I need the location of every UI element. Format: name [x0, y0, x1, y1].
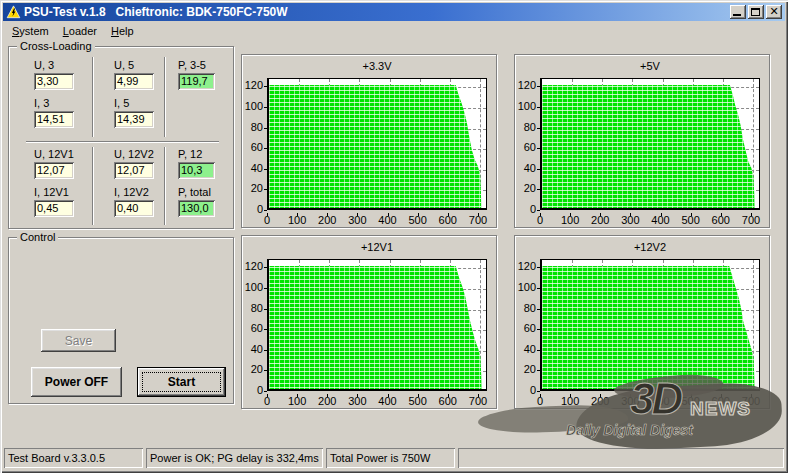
- y-tick-mark: [537, 288, 540, 289]
- field-u12v2-input[interactable]: 12,07: [114, 162, 154, 179]
- y-tick-mark: [264, 210, 267, 211]
- y-tick-mark: [264, 107, 267, 108]
- chart-plot-12v2: [540, 259, 760, 391]
- y-tick-label: 20: [242, 183, 263, 194]
- y-tick-label: 0: [242, 204, 263, 215]
- y-tick-label: 120: [515, 80, 536, 91]
- field-i12v1-input[interactable]: 0,45: [34, 200, 74, 217]
- power-off-button[interactable]: Power OFF: [31, 367, 122, 397]
- field-u5-input[interactable]: 4,99: [114, 73, 154, 90]
- control-group: Control Save Power OFF Start: [8, 237, 234, 404]
- y-tick-mark: [264, 169, 267, 170]
- y-tick-mark: [537, 148, 540, 149]
- x-tick-label: 0: [525, 215, 555, 226]
- y-tick-label: 20: [242, 364, 263, 375]
- window-title: PSU-Test v.1.8 Chieftronic: BDK-750FC-75…: [24, 5, 730, 19]
- y-tick-mark: [264, 86, 267, 87]
- y-tick-label: 40: [515, 344, 536, 355]
- load-region-area: [542, 260, 759, 389]
- y-tick-label: 100: [515, 282, 536, 293]
- menu-help[interactable]: Help: [104, 23, 141, 39]
- y-tick-mark: [537, 309, 540, 310]
- field-u12v1: U, 12V1 12,07: [34, 148, 112, 179]
- y-tick-label: 60: [515, 142, 536, 153]
- chart-title-12v1: +12V1: [267, 241, 487, 253]
- chart-panel-12v2: +12V2 0100200300400500600700020406080100…: [514, 235, 770, 409]
- y-tick-mark: [264, 267, 267, 268]
- field-u3-input[interactable]: 3,30: [34, 73, 74, 90]
- minimize-button[interactable]: [730, 5, 746, 19]
- save-button[interactable]: Save: [41, 329, 116, 352]
- y-tick-label: 80: [242, 303, 263, 314]
- y-tick-mark: [537, 329, 540, 330]
- x-tick-label: 600: [706, 215, 736, 226]
- x-tick-label: 500: [676, 396, 706, 407]
- x-tick-label: 700: [463, 396, 493, 407]
- chart-panel-3v3: +3.3V 0100200300400500600700020406080100…: [241, 54, 497, 228]
- start-button[interactable]: Start: [137, 367, 226, 397]
- x-tick-label: 200: [312, 215, 342, 226]
- chart-title-12v2: +12V2: [540, 241, 760, 253]
- cross-loading-group-title: Cross-Loading: [17, 40, 95, 52]
- y-tick-mark: [264, 329, 267, 330]
- title-bar[interactable]: PSU-Test v.1.8 Chieftronic: BDK-750FC-75…: [3, 3, 785, 21]
- y-tick-mark: [264, 350, 267, 351]
- y-tick-label: 120: [242, 80, 263, 91]
- y-tick-label: 80: [515, 122, 536, 133]
- y-tick-label: 60: [242, 142, 263, 153]
- x-tick-label: 300: [615, 215, 645, 226]
- y-tick-mark: [264, 309, 267, 310]
- y-tick-mark: [537, 391, 540, 392]
- y-tick-mark: [537, 86, 540, 87]
- y-tick-label: 0: [515, 204, 536, 215]
- x-tick-label: 500: [403, 396, 433, 407]
- chart-plot-12v1: [267, 259, 487, 391]
- app-window: PSU-Test v.1.8 Chieftronic: BDK-750FC-75…: [0, 0, 788, 473]
- x-tick-label: 400: [373, 396, 403, 407]
- cross-loading-group: Cross-Loading U, 3 3,30 U, 5 4,99 P, 3-5…: [8, 46, 234, 229]
- chart-plot-5v: [540, 78, 760, 210]
- field-ptotal-value: 130,0: [178, 200, 215, 217]
- y-tick-label: 100: [515, 101, 536, 112]
- y-tick-mark: [537, 210, 540, 211]
- x-tick-label: 500: [403, 215, 433, 226]
- x-tick-label: 200: [312, 396, 342, 407]
- field-i5-input[interactable]: 14,39: [114, 111, 154, 128]
- y-tick-label: 80: [242, 122, 263, 133]
- y-tick-mark: [264, 288, 267, 289]
- close-button[interactable]: ✕: [766, 5, 782, 19]
- separator: [26, 141, 219, 143]
- field-i3-input[interactable]: 14,51: [34, 111, 74, 128]
- field-u12v1-input[interactable]: 12,07: [34, 162, 74, 179]
- x-tick-label: 600: [433, 215, 463, 226]
- y-tick-mark: [537, 107, 540, 108]
- x-tick-label: 0: [252, 396, 282, 407]
- y-tick-mark: [264, 148, 267, 149]
- menu-system[interactable]: System: [5, 23, 56, 39]
- x-tick-label: 600: [433, 396, 463, 407]
- y-tick-label: 120: [242, 261, 263, 272]
- x-tick-label: 200: [585, 215, 615, 226]
- y-tick-mark: [537, 267, 540, 268]
- field-p35-value: 119,7: [178, 73, 215, 90]
- x-tick-label: 700: [463, 215, 493, 226]
- chart-plot-3v3: [267, 78, 487, 210]
- y-tick-mark: [264, 370, 267, 371]
- y-tick-mark: [537, 128, 540, 129]
- load-region-area: [269, 260, 486, 389]
- close-icon: ✕: [766, 5, 782, 19]
- menu-loader[interactable]: Loader: [56, 23, 104, 39]
- y-tick-label: 40: [242, 163, 263, 174]
- field-u3-label: U, 3: [34, 59, 112, 71]
- x-tick-label: 600: [706, 396, 736, 407]
- field-i12v2-input[interactable]: 0,40: [114, 200, 154, 217]
- field-i5: I, 5 14,39: [114, 97, 192, 128]
- y-tick-mark: [264, 391, 267, 392]
- y-tick-mark: [264, 189, 267, 190]
- x-tick-label: 700: [736, 396, 766, 407]
- chart-panel-5v: +5V 010020030040050060070002040608010012…: [514, 54, 770, 228]
- y-tick-label: 60: [242, 323, 263, 334]
- maximize-button[interactable]: [748, 5, 764, 19]
- y-tick-label: 20: [515, 183, 536, 194]
- y-tick-label: 100: [242, 282, 263, 293]
